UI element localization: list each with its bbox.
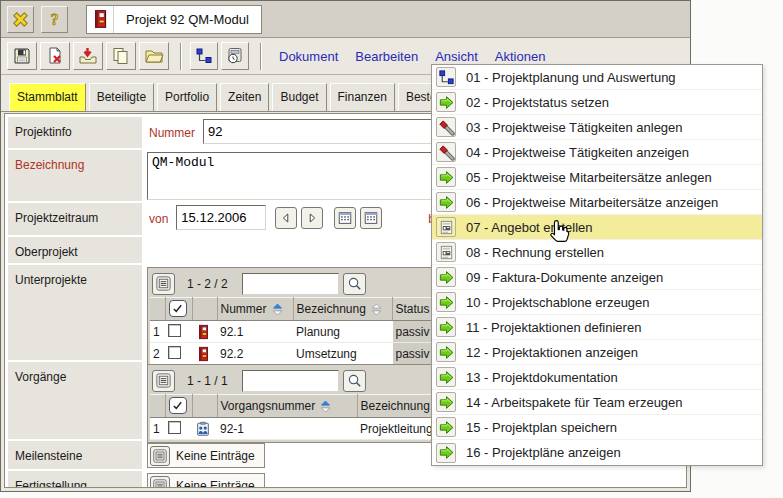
tab-stammblatt[interactable]: Stammblatt bbox=[9, 83, 86, 111]
select-all-icon[interactable] bbox=[169, 300, 187, 317]
window-title-tab: Projekt 92 QM-Modul bbox=[86, 5, 262, 34]
label-projektzeitraum: Projektzeitraum bbox=[8, 203, 142, 235]
action-menu-item-14[interactable]: 14 - Arbeitspakete für Team erzeugen bbox=[432, 390, 762, 415]
action-menu-item-06[interactable]: 06 - Projektweise Mitarbeitersätze anzei… bbox=[432, 190, 762, 215]
cell-nummer[interactable]: 92.1 bbox=[217, 321, 293, 343]
table-menu-button[interactable] bbox=[152, 273, 175, 295]
action-menu-item-16[interactable]: 16 - Projektpläne anzeigen bbox=[432, 440, 762, 465]
nummer-input[interactable] bbox=[203, 119, 455, 144]
row-counter: 1 - 1 / 1 bbox=[187, 374, 228, 388]
menubar-item-ansicht[interactable]: Ansicht bbox=[435, 49, 478, 64]
column-header-rownum bbox=[150, 298, 165, 321]
green-arrow-icon bbox=[436, 342, 456, 362]
tab-zeiten[interactable]: Zeiten bbox=[220, 83, 269, 111]
label-vorgaenge: Vorgänge bbox=[8, 362, 142, 439]
table-menu-button[interactable] bbox=[152, 370, 175, 392]
hand-cursor-icon bbox=[549, 219, 571, 244]
tab-finanzen[interactable]: Finanzen bbox=[330, 83, 395, 111]
action-menu-item-11[interactable]: 11 - Projektaktionen definieren bbox=[432, 315, 762, 340]
delete-document-button[interactable] bbox=[40, 42, 70, 70]
column-header-select bbox=[165, 395, 192, 418]
action-menu-item-09[interactable]: 09 - Faktura-Dokumente anzeigen bbox=[432, 265, 762, 290]
toolbar-separator bbox=[260, 43, 262, 70]
sort-icon bbox=[371, 303, 382, 316]
row-number: 1 bbox=[150, 418, 165, 440]
label-oberprojekt: Oberprojekt bbox=[8, 237, 142, 263]
calendar-icon[interactable] bbox=[360, 207, 382, 229]
action-menu-item-10[interactable]: 10 - Projektschablone erzeugen bbox=[432, 290, 762, 315]
project-flow-button[interactable] bbox=[190, 42, 218, 70]
team-clipboard-icon[interactable] bbox=[195, 421, 211, 437]
green-arrow-icon bbox=[436, 267, 456, 287]
window-title: Projekt 92 QM-Modul bbox=[114, 12, 261, 27]
green-arrow-icon bbox=[436, 417, 456, 437]
fertigstellung-empty-widget[interactable]: Keine Einträge bbox=[147, 473, 265, 488]
action-menu-item-02[interactable]: 02 - Projektstatus setzen bbox=[432, 90, 762, 115]
empty-text: Keine Einträge bbox=[176, 479, 255, 489]
action-menu-item-01[interactable]: 01 - Projektplanung und Auswertung bbox=[432, 65, 762, 90]
action-menu-item-03[interactable]: 03 - Projektweise Tätigkeiten anlegen bbox=[432, 115, 762, 140]
close-button[interactable] bbox=[7, 6, 34, 33]
save-button[interactable] bbox=[7, 42, 37, 70]
meilensteine-empty-widget[interactable]: Keine Einträge bbox=[147, 443, 265, 468]
copy-button[interactable] bbox=[106, 42, 136, 70]
row-checkbox[interactable] bbox=[168, 324, 181, 337]
tab-beteiligte[interactable]: Beteiligte bbox=[89, 83, 154, 111]
cell-bezeichnung[interactable]: Planung bbox=[293, 321, 392, 343]
von-date-input[interactable] bbox=[176, 205, 266, 230]
column-header-bezeichnung[interactable]: Bezeichnung bbox=[293, 298, 392, 321]
column-header-nummer[interactable]: Nummer bbox=[217, 298, 293, 321]
sort-asc-icon bbox=[272, 303, 283, 316]
row-checkbox[interactable] bbox=[168, 346, 181, 359]
column-header-icon bbox=[192, 395, 217, 418]
menubar-item-bearbeiten[interactable]: Bearbeiten bbox=[355, 49, 418, 64]
menubar-item-dokument[interactable]: Dokument bbox=[279, 49, 338, 64]
table-menu-button[interactable] bbox=[150, 476, 170, 489]
green-arrow-icon bbox=[436, 443, 456, 463]
label-unterprojekte: Unterprojekte bbox=[8, 265, 142, 360]
schedule-button[interactable] bbox=[221, 42, 249, 70]
open-folder-button[interactable] bbox=[139, 42, 169, 70]
table-menu-button[interactable] bbox=[150, 446, 170, 466]
action-menu-item-07[interactable]: 07 - Angebot erstellen bbox=[432, 215, 762, 240]
import-button[interactable] bbox=[73, 42, 103, 70]
green-arrow-icon bbox=[436, 92, 456, 112]
action-menu-item-13[interactable]: 13 - Projektdokumentation bbox=[432, 365, 762, 390]
tab-budget[interactable]: Budget bbox=[272, 83, 326, 111]
hammer-icon bbox=[436, 142, 456, 162]
invoice-icon bbox=[436, 242, 456, 262]
green-arrow-icon bbox=[436, 292, 456, 312]
row-counter: 1 - 2 / 2 bbox=[187, 277, 228, 291]
label-nummer: Nummer bbox=[149, 126, 195, 140]
tab-portfolio[interactable]: Portfolio bbox=[157, 83, 217, 111]
row-number: 1 bbox=[150, 321, 165, 343]
prev-day-button[interactable] bbox=[275, 207, 297, 229]
label-bezeichnung: Bezeichnung bbox=[8, 150, 142, 201]
menubar-item-aktionen[interactable]: Aktionen bbox=[495, 49, 546, 64]
column-header-vorgangsnummer[interactable]: Vorgangsnummer bbox=[217, 395, 357, 418]
flow-icon bbox=[436, 67, 456, 87]
table-search-input[interactable] bbox=[242, 370, 339, 392]
sort-asc-icon bbox=[320, 400, 331, 413]
next-day-button[interactable] bbox=[301, 207, 323, 229]
table-search-input[interactable] bbox=[242, 273, 339, 295]
label-fertigstellung: Fertigstellung bbox=[8, 471, 142, 488]
search-icon[interactable] bbox=[343, 273, 366, 295]
action-menu-item-05[interactable]: 05 - Projektweise Mitarbeitersätze anleg… bbox=[432, 165, 762, 190]
action-menu-item-15[interactable]: 15 - Projektplan speichern bbox=[432, 415, 762, 440]
action-menu-item-12[interactable]: 12 - Projektaktionen anzeigen bbox=[432, 340, 762, 365]
project-binder-icon[interactable] bbox=[195, 324, 211, 340]
select-all-icon[interactable] bbox=[169, 397, 187, 414]
project-binder-icon[interactable] bbox=[195, 346, 211, 362]
action-menu-item-08[interactable]: 08 - Rechnung erstellen bbox=[432, 240, 762, 265]
search-icon[interactable] bbox=[343, 370, 366, 392]
row-fertigstellung: Fertigstellung Keine Einträge bbox=[8, 471, 686, 488]
row-checkbox[interactable] bbox=[168, 421, 181, 434]
calendar-icon[interactable] bbox=[334, 207, 356, 229]
bezeichnung-textarea[interactable] bbox=[147, 152, 437, 200]
project-binder-icon bbox=[87, 6, 114, 33]
help-button[interactable] bbox=[41, 6, 68, 33]
action-menu-item-04[interactable]: 04 - Projektweise Tätigkeiten anzeigen bbox=[432, 140, 762, 165]
green-arrow-icon bbox=[436, 167, 456, 187]
cell-vorgangsnummer[interactable]: 92-1 bbox=[217, 418, 357, 440]
